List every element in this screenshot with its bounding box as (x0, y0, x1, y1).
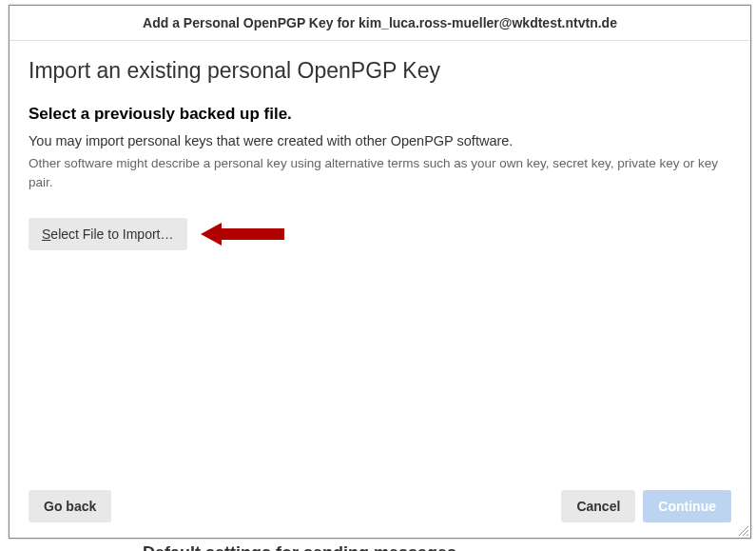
svg-marker-0 (201, 223, 284, 246)
import-description: You may import personal keys that were c… (29, 133, 731, 148)
dialog-footer: Go back Cancel Continue (10, 477, 750, 538)
select-file-subheading: Select a previously backed up file. (29, 105, 731, 124)
select-file-accelerator: S (42, 226, 50, 242)
background-heading: Default settings for sending messages (143, 543, 456, 551)
select-file-button[interactable]: Select File to Import… (29, 218, 187, 250)
add-openpgp-key-dialog: Add a Personal OpenPGP Key for kim_luca.… (9, 5, 751, 539)
select-file-row: Select File to Import… (29, 218, 731, 250)
resize-grip-icon[interactable] (736, 523, 749, 537)
footer-left: Go back (29, 490, 111, 522)
arrow-annotation-icon (201, 221, 284, 247)
go-back-button[interactable]: Go back (29, 490, 111, 522)
footer-right: Cancel Continue (561, 490, 731, 522)
import-hint: Other software might describe a personal… (29, 154, 731, 193)
dialog-title: Add a Personal OpenPGP Key for kim_luca.… (10, 6, 750, 41)
dialog-body: Import an existing personal OpenPGP Key … (10, 41, 750, 477)
svg-line-3 (746, 534, 748, 536)
import-heading: Import an existing personal OpenPGP Key (29, 58, 731, 84)
cancel-button[interactable]: Cancel (561, 490, 635, 522)
continue-button[interactable]: Continue (643, 490, 731, 522)
select-file-label-rest: elect File to Import… (50, 226, 173, 242)
